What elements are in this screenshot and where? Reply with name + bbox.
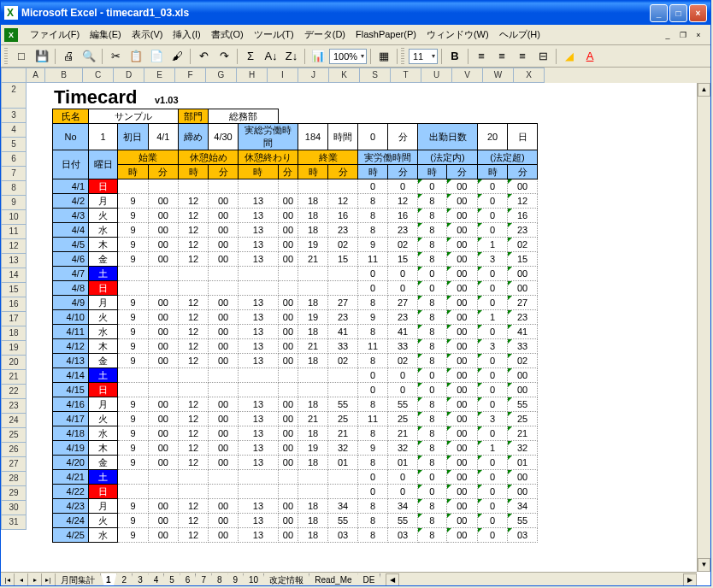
cell[interactable]: 9 (118, 412, 148, 426)
cell[interactable]: 4/5 (53, 238, 89, 252)
cell[interactable]: 金 (89, 354, 118, 368)
cell[interactable]: 0 (478, 528, 508, 543)
cell[interactable]: 18 (298, 514, 328, 528)
cell[interactable]: 時 (358, 165, 388, 179)
cell[interactable]: 32 (388, 441, 418, 456)
cell[interactable]: 0 (418, 267, 447, 281)
cell[interactable]: 0 (478, 296, 508, 310)
cell[interactable]: 13 (239, 194, 279, 209)
cell[interactable]: 25 (328, 412, 358, 426)
cell[interactable]: 水 (89, 325, 118, 339)
cell[interactable]: 8 (358, 354, 388, 368)
maximize-button[interactable]: □ (669, 4, 687, 22)
cell[interactable] (179, 179, 209, 194)
cell[interactable]: 0 (388, 267, 418, 281)
column-header[interactable]: E (144, 68, 175, 83)
row-header[interactable]: 13 (1, 254, 27, 268)
cell[interactable] (328, 368, 358, 383)
cell[interactable]: 18 (298, 296, 328, 310)
cell[interactable]: 0 (388, 485, 418, 499)
cell[interactable]: 8 (418, 514, 447, 528)
cell[interactable]: 00 (278, 441, 298, 456)
cell[interactable]: 00 (278, 426, 298, 441)
cell[interactable]: 9 (118, 296, 148, 310)
cell[interactable]: 3 (478, 339, 508, 354)
cell[interactable]: 00 (446, 368, 477, 383)
mdi-restore-button[interactable]: ❐ (676, 29, 690, 41)
cell[interactable]: 8 (358, 456, 388, 470)
cell[interactable]: 18 (298, 194, 328, 209)
zoom-combo[interactable]: 100% (329, 49, 367, 64)
cell[interactable]: 00 (278, 456, 298, 470)
cell[interactable]: 時 (298, 165, 328, 179)
cell[interactable]: 休憩終わり (239, 150, 298, 165)
cell[interactable]: 34 (388, 499, 418, 514)
cell[interactable] (239, 383, 279, 397)
cell[interactable]: 4/12 (53, 339, 89, 354)
cell[interactable]: 55 (328, 514, 358, 528)
row-header[interactable]: 27 (1, 457, 27, 472)
cell[interactable] (148, 485, 178, 499)
cell[interactable]: 11 (358, 412, 388, 426)
cell[interactable]: 21 (508, 426, 538, 441)
column-header[interactable]: F (175, 68, 206, 83)
cell[interactable] (118, 267, 148, 281)
cell[interactable]: 水 (89, 223, 118, 238)
cell[interactable]: 1 (478, 310, 508, 325)
cell[interactable]: 土 (89, 470, 118, 485)
cell[interactable]: 8 (418, 412, 447, 426)
sheet-tab[interactable]: 月間集計 (56, 573, 101, 587)
cell[interactable] (298, 368, 328, 383)
column-header[interactable]: D (114, 68, 144, 83)
cell[interactable]: 32 (508, 441, 538, 456)
cell[interactable]: 00 (209, 528, 239, 543)
cell[interactable] (278, 281, 298, 296)
bold-button[interactable]: B (445, 47, 464, 66)
cell[interactable]: 02 (328, 238, 358, 252)
column-header[interactable]: C (83, 68, 114, 83)
cell[interactable]: 氏名 (53, 109, 89, 124)
cell[interactable]: 20 (478, 124, 508, 150)
cell[interactable] (118, 281, 148, 296)
cell[interactable] (239, 179, 279, 194)
cell[interactable]: 8 (418, 325, 447, 339)
cell[interactable]: 9 (118, 339, 148, 354)
cell[interactable] (179, 485, 209, 499)
cell[interactable]: 00 (148, 412, 178, 426)
cell[interactable]: 00 (278, 354, 298, 368)
cell[interactable]: 0 (478, 223, 508, 238)
cell[interactable]: 4/2 (53, 194, 89, 209)
cell[interactable]: 19 (298, 310, 328, 325)
cell[interactable]: 時 (118, 165, 148, 179)
cell[interactable]: 34 (508, 499, 538, 514)
cell[interactable]: 12 (179, 441, 209, 456)
copy-button[interactable]: 📋 (127, 47, 145, 66)
cell[interactable] (118, 179, 148, 194)
cell[interactable]: 13 (239, 339, 279, 354)
sheet-tab[interactable]: 2 (117, 573, 133, 587)
cell[interactable]: 4/7 (53, 267, 89, 281)
cell[interactable]: 02 (328, 354, 358, 368)
menu-item[interactable]: ウィンドウ(W) (421, 27, 494, 41)
cell[interactable]: 0 (388, 368, 418, 383)
cell[interactable]: 27 (328, 296, 358, 310)
cell[interactable]: 00 (209, 354, 239, 368)
menu-item[interactable]: ツール(T) (249, 27, 299, 41)
cell[interactable]: 0 (388, 470, 418, 485)
scroll-right-button[interactable]: ▶ (683, 573, 697, 587)
row-header[interactable]: 9 (1, 196, 27, 210)
column-header[interactable]: T (391, 68, 421, 83)
cell[interactable]: 00 (508, 281, 538, 296)
scroll-left-button[interactable]: ◀ (386, 573, 399, 587)
cell[interactable]: 00 (446, 267, 477, 281)
cell[interactable]: 00 (446, 339, 477, 354)
new-button[interactable]: □ (12, 47, 31, 66)
cell[interactable]: No (53, 124, 89, 150)
mdi-minimize-button[interactable]: _ (661, 29, 675, 41)
cell[interactable]: 水 (89, 426, 118, 441)
cell[interactable]: 8 (418, 397, 447, 412)
cell[interactable]: 0 (478, 397, 508, 412)
cell[interactable]: 00 (446, 514, 477, 528)
cell[interactable] (328, 281, 358, 296)
cell[interactable]: 34 (328, 499, 358, 514)
